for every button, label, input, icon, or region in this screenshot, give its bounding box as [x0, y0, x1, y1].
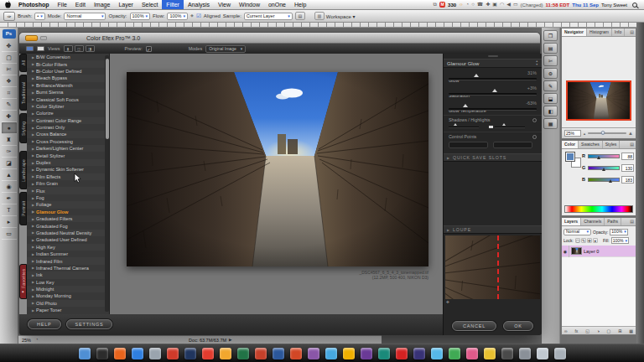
clock-time[interactable]: 11:58 EDT	[546, 3, 570, 8]
tool-type-icon[interactable]: T	[2, 204, 17, 216]
dock-app-icon[interactable]	[149, 348, 161, 359]
filter-item[interactable]: ▶Color Stylizer	[27, 103, 109, 110]
zoom-level[interactable]: 25%	[22, 338, 31, 343]
panel-dock-history-icon[interactable]: ✎	[543, 80, 558, 91]
status-options-arrow-icon[interactable]: ▶	[229, 338, 231, 342]
channel-slider-thumb[interactable]	[609, 179, 612, 183]
user-menu[interactable]: Tony Sweet	[601, 3, 627, 8]
dock-app-icon[interactable]	[519, 348, 531, 359]
filter-item[interactable]: ▶High Key	[27, 244, 109, 251]
dock-app-icon[interactable]	[413, 348, 425, 359]
filter-item[interactable]: ▶Graduated User Defined	[27, 236, 109, 243]
dock-app-icon[interactable]	[167, 348, 179, 359]
channel-slider-thumb[interactable]	[597, 156, 600, 159]
quick-save-slots-header[interactable]: ▶ QUICK SAVE SLOTS	[444, 153, 542, 162]
dock-app-icon[interactable]	[325, 348, 337, 359]
zoom-out-icon[interactable]: ▲	[583, 132, 586, 136]
dock-app-icon[interactable]	[273, 348, 284, 359]
filter-item[interactable]: ▶Flux	[27, 187, 109, 194]
category-tab-portrait[interactable]: Portrait	[19, 192, 27, 225]
channel-value-input[interactable]: 130	[621, 164, 634, 172]
dock-app-icon[interactable]	[237, 348, 249, 359]
dock-app-icon[interactable]	[378, 348, 390, 359]
filter-item[interactable]: ▶Classical Soft Focus	[27, 96, 109, 102]
tool-shape-icon[interactable]: ▭	[2, 228, 17, 240]
new-layer-icon[interactable]: ⊞	[618, 328, 621, 334]
shadows-highlights-reset-icon[interactable]	[532, 118, 537, 122]
navigator-zoom-input[interactable]: 25%	[564, 130, 581, 137]
menu-item-filter[interactable]: Filter	[162, 0, 184, 9]
filter-item[interactable]: ▶Old Photo	[27, 300, 109, 307]
filter-item[interactable]: ▶Dynamic Skin Softener	[27, 166, 109, 173]
filter-settings-header[interactable]: Glamour Glow ▲▼	[444, 59, 542, 68]
link-layers-icon[interactable]: ∞	[564, 328, 568, 334]
loupe-view[interactable]	[445, 235, 540, 299]
control-point-options-button[interactable]	[493, 142, 532, 148]
tool-blur-icon[interactable]: ◉	[2, 181, 17, 193]
add-control-point-button[interactable]	[449, 142, 488, 148]
filter-item[interactable]: ▶Contrast Color Range	[27, 117, 109, 124]
dock-app-icon[interactable]	[132, 348, 143, 359]
dock-app-icon[interactable]	[449, 348, 460, 359]
menu-item-view[interactable]: View	[214, 0, 235, 9]
filter-item[interactable]: ▶Fog	[27, 194, 109, 201]
workspace-select[interactable]: ▥ Workspace ▾	[314, 12, 356, 20]
filter-item[interactable]: ▶Graduated Fog	[27, 222, 109, 229]
shadows-slider[interactable]	[449, 127, 479, 128]
tool-eraser-icon[interactable]: ◪	[2, 158, 17, 169]
tool-move-icon[interactable]: ✥	[2, 40, 17, 52]
tool-pen-icon[interactable]: ✒	[2, 193, 17, 204]
view-mode-2-icon[interactable]: ◫	[75, 45, 84, 52]
channel-slider[interactable]	[588, 154, 620, 158]
category-tab-traditional[interactable]: Traditional	[19, 75, 27, 111]
filter-item[interactable]: ▶Infrared Thermal Camera	[27, 265, 109, 272]
filter-item[interactable]: ▶Detail Stylizer	[27, 152, 109, 158]
tool-lasso-icon[interactable]: ✄	[2, 64, 17, 75]
sample-select[interactable]: Current Layer▾	[244, 13, 293, 20]
filter-item[interactable]: ▶Bleach Bypass	[27, 75, 109, 81]
phone-icon[interactable]: ☎	[477, 0, 483, 9]
control-points-reset-icon[interactable]	[532, 135, 537, 139]
preview-image[interactable]	[127, 72, 428, 266]
filter-item[interactable]: ▶Film Effects	[27, 173, 109, 180]
tool-brush-icon[interactable]: ●	[2, 122, 17, 134]
layers-tab-paths[interactable]: Paths	[605, 218, 621, 225]
slider-thumb[interactable]	[492, 89, 497, 92]
mode-select[interactable]: Normal▾	[64, 13, 106, 20]
category-tab-styling[interactable]: Styling	[19, 113, 27, 143]
clock-icon[interactable]: ◔	[466, 0, 470, 9]
spotlight-icon[interactable]	[632, 3, 637, 8]
dock-app-icon[interactable]	[537, 348, 548, 359]
channel-slider-thumb[interactable]	[602, 168, 605, 171]
layer-effects-icon[interactable]: fx	[574, 328, 578, 334]
dock-app-icon[interactable]	[361, 348, 372, 359]
filter-item[interactable]: ▶Graduated Filters	[27, 215, 109, 222]
filter-item[interactable]: ▶Foliage	[27, 201, 109, 208]
tool-clone-stamp-icon[interactable]: ♜	[2, 134, 17, 146]
single-view-icon[interactable]	[26, 46, 34, 51]
sun-icon[interactable]: ☼	[459, 0, 464, 9]
navigator-tab-navigator[interactable]: Navigator	[562, 28, 587, 36]
slider-thumb[interactable]	[474, 74, 479, 77]
channel-value-input[interactable]: 183	[621, 176, 634, 184]
filter-list-scrollbar[interactable]	[105, 55, 109, 312]
tool-eyedropper-icon[interactable]: ✎	[2, 99, 17, 111]
delete-layer-icon[interactable]: ▦	[629, 328, 633, 334]
channel-value-input[interactable]: 88	[621, 153, 634, 160]
view-mode-1-icon[interactable]: ▮	[64, 45, 73, 52]
category-tab-favorites[interactable]: ● Favorites	[19, 264, 27, 299]
filter-item[interactable]: ▶Brilliance/Warmth	[27, 82, 109, 89]
menu-item-window[interactable]: Window	[235, 0, 264, 9]
dock-app-icon[interactable]	[202, 348, 214, 359]
menu-item-help[interactable]: Help	[290, 0, 310, 9]
menu-item-layer[interactable]: Layer	[114, 0, 138, 9]
panel-dock-tool-presets-icon[interactable]: ⬓	[543, 93, 558, 104]
panel-dock-layer-comps-icon[interactable]: ◧	[543, 106, 558, 116]
filter-item[interactable]: ▶Monday Morning	[27, 292, 109, 299]
layers-opacity-input[interactable]: 100%▾	[610, 229, 627, 235]
color-panel-menu-icon[interactable]: ▤	[630, 141, 636, 148]
scrollbar-thumb[interactable]	[106, 59, 109, 139]
layer-thumbnail[interactable]	[571, 247, 582, 255]
dock-app-icon[interactable]	[501, 348, 513, 359]
menu-item-image[interactable]: Image	[90, 0, 114, 9]
